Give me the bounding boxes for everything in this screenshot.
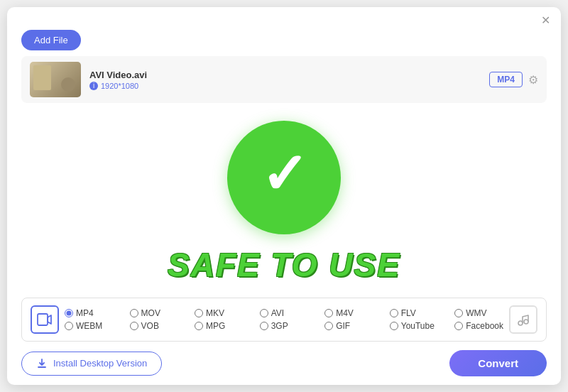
file-info: AVI Video.avi i 1920*1080 [89,70,481,90]
format-option-youtube[interactable]: YouTube [390,321,455,331]
format-badge[interactable]: MP4 [489,72,523,87]
svg-point-2 [524,320,528,324]
add-file-button[interactable]: Add File [21,30,81,50]
check-mark-icon: ✓ [261,146,308,203]
format-options: MP4 MOV MKV AVI M4V FLV [65,308,503,331]
audio-format-icon[interactable] [509,305,537,334]
format-option-flv[interactable]: FLV [390,308,455,318]
check-circle: ✓ [227,121,341,234]
info-icon: i [89,82,98,90]
file-actions: MP4 ⚙ [489,72,538,87]
format-option-mpg[interactable]: MPG [195,321,260,331]
format-option-mkv[interactable]: MKV [195,308,260,318]
file-resolution: i 1920*1080 [89,82,481,90]
main-window: ✕ Add File AVI Video.avi i 1920*1080 MP4… [7,7,561,385]
file-name: AVI Video.avi [89,70,481,80]
format-option-m4v[interactable]: M4V [324,308,390,318]
download-icon [36,358,48,369]
install-button[interactable]: Install Desktop Version [21,352,162,376]
close-button[interactable]: ✕ [538,13,552,27]
format-option-webm[interactable]: WEBM [65,321,130,331]
safe-to-use-text: SAFE TO USE [168,246,400,284]
video-format-icon[interactable] [31,305,59,334]
format-option-gif[interactable]: GIF [324,321,390,331]
format-option-mp4[interactable]: MP4 [65,308,130,318]
svg-rect-0 [38,314,48,325]
format-option-wmv[interactable]: WMV [454,308,503,318]
settings-button[interactable]: ⚙ [528,73,538,87]
svg-point-1 [518,321,523,325]
format-option-vob[interactable]: VOB [130,321,195,331]
format-option-avi[interactable]: AVI [260,308,325,318]
format-bar: MP4 MOV MKV AVI M4V FLV [21,298,547,342]
bottom-bar: Install Desktop Version Convert [7,342,561,385]
title-bar: ✕ [7,7,561,30]
file-thumbnail [30,62,81,97]
toolbar: Add File [7,30,561,56]
format-option-mov[interactable]: MOV [130,308,195,318]
format-option-facebook[interactable]: Facebook [454,321,503,331]
convert-button[interactable]: Convert [449,350,547,376]
hero-section: ✓ SAFE TO USE [7,103,561,298]
format-option-3gp[interactable]: 3GP [260,321,325,331]
file-row: AVI Video.avi i 1920*1080 MP4 ⚙ [21,56,547,103]
